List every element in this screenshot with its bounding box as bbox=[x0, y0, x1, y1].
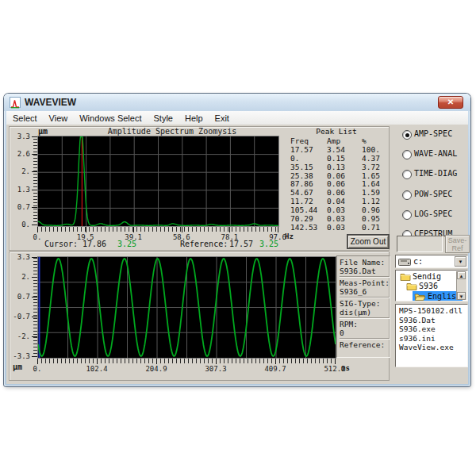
title-bar[interactable]: WAVEVIEW ✕ bbox=[4, 94, 470, 111]
spectrum-title: Amplitude Spectrum Zoomysis bbox=[81, 127, 263, 136]
file-item-waveview-exe[interactable]: WaveView.exe bbox=[397, 343, 466, 352]
menu-item-style[interactable]: Style bbox=[154, 113, 173, 123]
scroll-up-icon[interactable]: ▲ bbox=[457, 271, 466, 279]
peak-cell: 0.03 bbox=[327, 223, 345, 232]
tree-item-sendig[interactable]: Sendig bbox=[397, 271, 457, 282]
peak-row: 17.573.54100. bbox=[284, 145, 389, 154]
menu-item-help[interactable]: Help bbox=[185, 113, 203, 123]
waveview-window: WAVEVIEW ✕ SelectViewWindows SelectStyle… bbox=[4, 94, 470, 386]
meas-point-label: Meas-Point: bbox=[340, 278, 390, 287]
x-tick-label: 0. bbox=[33, 365, 42, 373]
tree-item-english[interactable]: English bbox=[397, 291, 457, 301]
radio-icon bbox=[402, 170, 412, 179]
file-name-label: File Name: bbox=[340, 258, 390, 267]
file-info-meas-group: Meas-Point: S936_6 bbox=[340, 278, 390, 298]
peak-cell: 0.06 bbox=[327, 179, 345, 188]
x-tick-label: 78.1 bbox=[221, 233, 239, 241]
radio-icon bbox=[402, 190, 412, 200]
file-item-s936-exe[interactable]: S936.exe bbox=[397, 324, 466, 334]
file-list: MPS-150102.dllS936.DatS936.exes936.iniWa… bbox=[395, 304, 468, 367]
x-major-tick bbox=[216, 359, 217, 364]
menu-item-select[interactable]: Select bbox=[13, 113, 37, 123]
save-ref-button[interactable]: Save- Ref bbox=[445, 235, 470, 253]
y-tick-label: 3.3 bbox=[10, 132, 30, 140]
file-item-mps-150102-dll[interactable]: MPS-150102.dll bbox=[397, 306, 466, 316]
scroll-down-icon[interactable]: ▼ bbox=[457, 292, 466, 300]
x-major-tick bbox=[86, 227, 86, 232]
drive-combo-value: c: bbox=[413, 257, 423, 266]
drive-combo[interactable]: c: ▼ bbox=[395, 255, 468, 268]
tree-item-s936[interactable]: S936 bbox=[397, 282, 457, 292]
meas-point-value: S936_6 bbox=[340, 287, 390, 296]
peak-cell: 0.96 bbox=[362, 205, 380, 214]
peak-cell: 1.59 bbox=[362, 188, 380, 197]
mode-amp-spec[interactable]: AMP-SPEC bbox=[395, 129, 468, 140]
waveform-y-unit: μm bbox=[13, 363, 22, 371]
drive-icon bbox=[398, 259, 411, 266]
x-tick-label: 58.6 bbox=[173, 233, 190, 241]
file-item-s936-dat[interactable]: S936.Dat bbox=[397, 316, 466, 325]
peak-cell: 35.15 bbox=[290, 163, 313, 171]
waveform-chart-svg bbox=[38, 257, 336, 358]
y-tick-label: 0.7 bbox=[10, 293, 30, 301]
peak-cell: 1.12 bbox=[362, 197, 380, 205]
waveform-section: μm ms File Name: S936.Dat Meas-Point: S9… bbox=[9, 251, 390, 381]
file-item-s936-ini[interactable]: s936.ini bbox=[397, 334, 466, 344]
file-reference-label: Reference: bbox=[340, 340, 390, 349]
waveform-plot[interactable] bbox=[37, 256, 336, 359]
peak-col-pct: % bbox=[362, 136, 367, 145]
peak-cell: 0.04 bbox=[327, 197, 345, 205]
save-ref-line1: Save- bbox=[446, 236, 469, 244]
folder-tree: SendigS936English ▲ ▼ bbox=[395, 270, 468, 301]
radio-icon bbox=[402, 210, 412, 220]
mode-label: POW-SPEC bbox=[414, 190, 452, 198]
file-info-sig-group: SIG-Type: dis(μm) bbox=[340, 299, 390, 318]
peak-cell: 100. bbox=[362, 145, 380, 154]
x-tick-label: 102.4 bbox=[86, 365, 107, 373]
mode-label: LOG-SPEC bbox=[414, 209, 452, 218]
tree-item-content: English bbox=[413, 291, 463, 301]
peak-cell: 0.03 bbox=[327, 214, 345, 223]
rpm-label: RPM: bbox=[340, 320, 390, 328]
mode-label: TIME-DIAG bbox=[414, 169, 457, 178]
open-folder-icon bbox=[414, 292, 426, 301]
mode-time-diag[interactable]: TIME-DIAG bbox=[395, 169, 468, 180]
waveform-x-axis-ticks bbox=[37, 359, 335, 363]
mode-log-spec[interactable]: LOG-SPEC bbox=[395, 209, 468, 221]
closed-folder-icon bbox=[400, 272, 411, 281]
mode-pow-spec[interactable]: POW-SPEC bbox=[395, 190, 468, 201]
y-tick-label: 3.3 bbox=[10, 253, 30, 261]
x-tick-label: 307.3 bbox=[205, 365, 226, 373]
menu-item-view[interactable]: View bbox=[49, 113, 68, 123]
spectrum-plot[interactable] bbox=[37, 136, 279, 227]
radio-icon bbox=[402, 150, 412, 159]
peak-cell: 70.29 bbox=[290, 214, 313, 223]
x-tick-label: 409.7 bbox=[264, 365, 286, 373]
folder-tree-items: SendigS936English bbox=[397, 271, 457, 301]
combo-dropdown-icon[interactable]: ▼ bbox=[455, 256, 466, 267]
peak-cell: 1.64 bbox=[362, 179, 380, 188]
close-button[interactable]: ✕ bbox=[438, 96, 463, 109]
x-major-tick bbox=[133, 227, 134, 232]
peak-cell: 3.72 bbox=[362, 163, 380, 171]
tree-item-content: Sendig bbox=[398, 271, 443, 281]
spectrum-peak-icon bbox=[10, 99, 20, 109]
folder-tree-scrollbar[interactable]: ▲ ▼ bbox=[456, 271, 466, 300]
menu-item-exit[interactable]: Exit bbox=[215, 113, 229, 123]
peak-row: 105.440.030.96 bbox=[284, 205, 389, 214]
peak-cell: 0.13 bbox=[327, 163, 345, 171]
peak-cell: 17.57 bbox=[290, 145, 313, 154]
y-major-tick bbox=[32, 225, 37, 225]
mode-wave-anal[interactable]: WAVE-ANAL bbox=[395, 149, 468, 160]
menu-item-windows-select[interactable]: Windows Select bbox=[79, 113, 141, 123]
peak-row: 0.0.154.37 bbox=[284, 154, 389, 163]
y-tick-label: -0.7 bbox=[10, 313, 30, 321]
menu-bar: SelectViewWindows SelectStyleHelpExit bbox=[6, 111, 468, 125]
peak-col-freq: Freq bbox=[290, 136, 309, 145]
app-icon bbox=[10, 97, 21, 108]
reference-value-box[interactable] bbox=[397, 236, 443, 252]
peak-cell: 0.15 bbox=[327, 154, 345, 163]
spectrum-y-unit: μm bbox=[38, 127, 48, 136]
zoom-out-button[interactable]: Zoom Out bbox=[347, 235, 389, 248]
peak-list-panel: Peak List Freq Amp % 17.573.54100.0.0.15… bbox=[284, 127, 389, 235]
